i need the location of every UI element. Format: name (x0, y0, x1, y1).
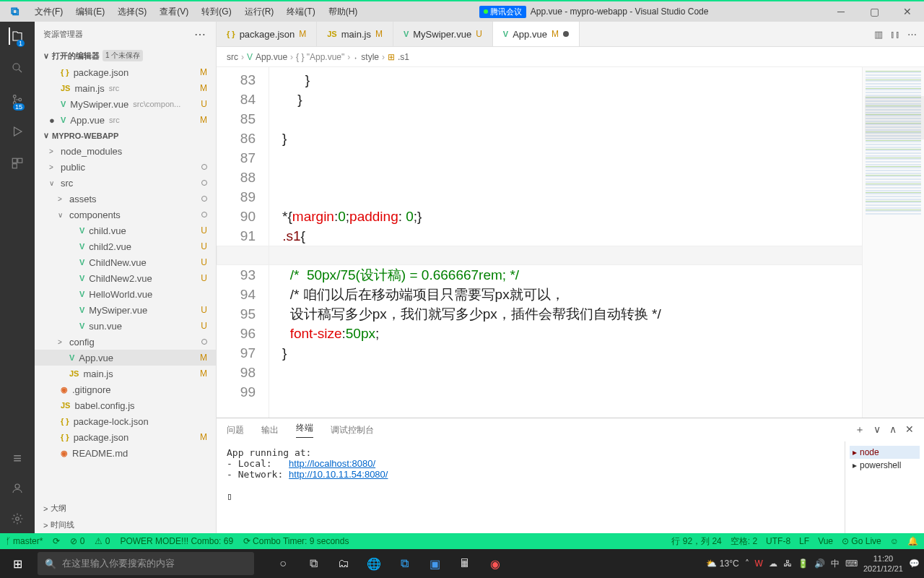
tray-keyboard-icon[interactable]: ⌨ (845, 558, 858, 569)
project-section[interactable]: ∨MYPRO-WEBAPP (35, 128, 216, 143)
status-golive[interactable]: ⊙ Go Live (842, 536, 881, 546)
tree-item[interactable]: JSmain.jsM (35, 366, 216, 381)
open-editors-section[interactable]: ∨打开的编辑器 1 个未保存 (35, 47, 216, 64)
editor-tab[interactable]: JSmain.jsM (317, 22, 393, 46)
code-editor[interactable]: 8384858687888990919293949596979899 } } }… (217, 67, 924, 418)
open-editor-item[interactable]: JSmain.jssrcM (35, 80, 216, 96)
panel-close-icon[interactable]: ✕ (905, 423, 914, 436)
search-icon[interactable] (9, 59, 26, 77)
taskbar-taskview-icon[interactable]: ⧉ (306, 556, 321, 571)
maximize-button[interactable]: ▢ (858, 1, 891, 22)
terminal[interactable]: App running at: - Local: http://localhos… (217, 441, 845, 533)
status-powermode[interactable]: POWER MODE!!! Combo: 69 (120, 536, 233, 546)
taskbar-chrome-icon[interactable]: 🌐 (367, 556, 381, 571)
tray-ime[interactable]: 中 (831, 558, 840, 570)
tab-more-icon[interactable]: ⋯ (907, 29, 917, 40)
extensions-icon[interactable] (9, 155, 26, 172)
status-eol[interactable]: LF (799, 536, 809, 546)
minimize-button[interactable]: ─ (824, 1, 858, 22)
tree-item[interactable]: VApp.vueM (35, 350, 216, 366)
tree-item[interactable]: >public (35, 159, 216, 175)
panel-tab-problems[interactable]: 问题 (227, 424, 244, 436)
minimap[interactable] (862, 67, 924, 418)
panel-tab-debug[interactable]: 调试控制台 (331, 424, 374, 436)
outline-section[interactable]: >大纲 (35, 500, 216, 517)
compare-icon[interactable]: ⫿⫿ (890, 29, 900, 40)
panel-add-icon[interactable]: ＋ (855, 423, 865, 436)
tree-item[interactable]: Vsun.vueU (35, 318, 216, 334)
tray-weather[interactable]: ⛅ 13°C (706, 558, 738, 569)
terminal-shell-powershell[interactable]: ▸powershell (850, 459, 920, 472)
tray-volume-icon[interactable]: 🔊 (814, 558, 825, 569)
tray-battery-icon[interactable]: 🔋 (798, 558, 808, 569)
tray-cloud-icon[interactable]: ☁ (769, 558, 777, 569)
taskbar-search[interactable]: 🔍 在这里输入你要搜索的内容 (38, 552, 254, 575)
tree-item[interactable]: VChildNew.vueU (35, 254, 216, 270)
panel-tab-output[interactable]: 输出 (261, 424, 279, 436)
close-button[interactable]: ✕ (891, 1, 924, 22)
tree-item[interactable]: ∨src (35, 175, 216, 191)
tree-item[interactable]: { }package-lock.json (35, 413, 216, 429)
status-encoding[interactable]: UTF-8 (766, 536, 790, 546)
status-branch[interactable]: ᚶ master* (6, 536, 43, 546)
start-button[interactable]: ⊞ (0, 557, 35, 571)
status-errors[interactable]: ⊘ 0 (70, 536, 84, 546)
tray-up-icon[interactable]: ˄ (745, 558, 749, 569)
settings-icon[interactable] (9, 510, 26, 527)
tree-item[interactable]: VChildNew2.vueU (35, 270, 216, 286)
tree-item[interactable]: ◉README.md (35, 445, 216, 461)
menu-select[interactable]: 选择(S) (112, 3, 152, 21)
taskbar-cortana-icon[interactable]: ○ (276, 556, 290, 571)
status-lang[interactable]: Vue (818, 536, 833, 546)
menu-terminal[interactable]: 终端(T) (281, 3, 321, 21)
status-ln[interactable]: 行 92，列 24 (671, 535, 721, 548)
taskbar-app1-icon[interactable]: ▣ (427, 556, 442, 571)
debug-icon[interactable] (9, 123, 26, 140)
tree-item[interactable]: >node_modules (35, 143, 216, 159)
editor-tab[interactable]: VApp.vueM (493, 22, 580, 46)
tray-clock[interactable]: 11:20 2021/12/21 (863, 553, 903, 574)
open-editor-item[interactable]: { }package.jsonM (35, 64, 216, 80)
status-combo[interactable]: ⟳ Combo Timer: 9 seconds (243, 536, 349, 546)
open-editor-item[interactable]: VMySwiper.vuesrc\compon...U (35, 96, 216, 112)
meeting-badge[interactable]: 腾讯会议 (479, 6, 526, 18)
panel-tab-terminal[interactable]: 终端 (296, 422, 313, 438)
tree-item[interactable]: JSbabel.config.js (35, 397, 216, 413)
menu-go[interactable]: 转到(G) (196, 3, 237, 21)
tree-item[interactable]: ∨components (35, 207, 216, 223)
taskbar-app2-icon[interactable]: ◉ (488, 556, 502, 571)
menu-edit[interactable]: 编辑(E) (70, 3, 110, 21)
source-control-icon[interactable]: 15 (9, 91, 26, 108)
breadcrumb[interactable]: src› VApp.vue› { } "App.vue"› ⬪style› ⊞.… (217, 47, 924, 67)
menu-view[interactable]: 查看(V) (154, 3, 194, 21)
tree-item[interactable]: ◉.gitignore (35, 381, 216, 397)
open-editor-item[interactable]: ●VApp.vuesrcM (35, 112, 216, 128)
panel-maximize-icon[interactable]: ∧ (889, 423, 897, 436)
tree-item[interactable]: VHelloWorld.vue (35, 286, 216, 302)
tray-w-icon[interactable]: W (755, 558, 763, 569)
editor-tab[interactable]: { }package.jsonM (217, 22, 317, 46)
taskbar-calc-icon[interactable]: 🖩 (458, 556, 472, 571)
panel-split-icon[interactable]: ∨ (873, 423, 881, 436)
status-warnings[interactable]: ⚠ 0 (95, 536, 110, 546)
sidebar-more-icon[interactable]: ⋯ (194, 27, 207, 41)
status-feedback-icon[interactable]: ☺ (890, 536, 899, 546)
menu-run[interactable]: 运行(R) (239, 3, 280, 21)
tray-wifi-icon[interactable]: 🖧 (783, 558, 792, 569)
status-spaces[interactable]: 空格: 2 (731, 535, 757, 548)
account-icon[interactable] (9, 480, 26, 497)
list-icon[interactable]: ≡ (9, 449, 26, 467)
editor-tab[interactable]: VMySwiper.vueU (393, 22, 493, 46)
menu-help[interactable]: 帮助(H) (323, 3, 364, 21)
tree-item[interactable]: { }package.jsonM (35, 429, 216, 445)
menu-file[interactable]: 文件(F) (29, 3, 69, 21)
explorer-icon[interactable]: 1 (9, 27, 26, 45)
tree-item[interactable]: >assets (35, 191, 216, 207)
tree-item[interactable]: Vchild2.vueU (35, 238, 216, 254)
tree-item[interactable]: Vchild.vueU (35, 223, 216, 238)
terminal-shell-node[interactable]: ▸node (850, 446, 920, 459)
tray-notifications-icon[interactable]: 💬 (909, 558, 920, 569)
taskbar-vscode-icon[interactable]: ⧉ (397, 556, 411, 571)
split-editor-icon[interactable]: ▥ (874, 29, 883, 40)
timeline-section[interactable]: >时间线 (35, 517, 216, 533)
